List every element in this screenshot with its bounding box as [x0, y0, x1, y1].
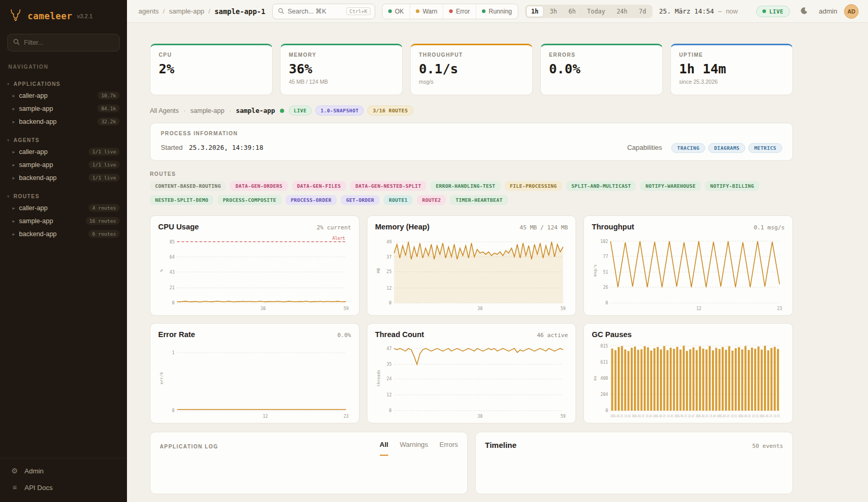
navigation-label: NAVIGATION: [0, 54, 127, 72]
status-filter-running[interactable]: Running: [476, 4, 518, 19]
sidebar-item-badge: 16 routes: [86, 217, 120, 225]
sidebar-section-header-agents[interactable]: ▾AGENTS: [0, 135, 127, 145]
route-chip-notify-warehouse[interactable]: NOTIFY-WAREHOUSE: [640, 181, 700, 191]
sidebar-footer-api-docs[interactable]: ≡API Docs: [0, 479, 127, 496]
route-chip-process-composite[interactable]: PROCESS-COMPOSITE: [218, 195, 281, 205]
sidebar-filter-input[interactable]: [24, 39, 114, 46]
agent-crumb-sample-app[interactable]: sample-app: [236, 107, 275, 114]
route-chip-content-based-routing[interactable]: CONTENT-BASED-ROUTING: [150, 181, 226, 191]
avatar[interactable]: AD: [844, 4, 859, 19]
chevron-right-icon: ▸: [12, 119, 15, 124]
sidebar-item-label: caller-app: [19, 204, 48, 212]
svg-text:threads: threads: [376, 370, 380, 387]
sidebar-item-agents-backend-app[interactable]: ▸backend-app1/1 live: [0, 171, 127, 184]
route-chip-get-order[interactable]: GET-ORDER: [341, 195, 379, 205]
agent-crumb-all-agents[interactable]: All Agents: [150, 107, 179, 114]
time-range-1h[interactable]: 1h: [526, 6, 544, 17]
status-filter-label: Running: [489, 8, 512, 15]
breadcrumb-item-sample-app[interactable]: sample-app: [169, 7, 205, 15]
sidebar-item-routes-caller-app[interactable]: ▸caller-app4 routes: [0, 201, 127, 214]
status-filter-warn[interactable]: Warn: [410, 4, 443, 19]
sidebar-item-applications-backend-app[interactable]: ▸backend-app32.2k: [0, 115, 127, 128]
route-chip-nested-split-demo[interactable]: NESTED-SPLIT-DEMO: [150, 195, 213, 205]
badge-1-0-snapshot: 1.0-SNAPSHOT: [315, 106, 364, 115]
sidebar-footer-admin[interactable]: ⚙Admin: [0, 462, 127, 479]
log-tab-all[interactable]: All: [380, 441, 389, 456]
route-chip-data-gen-nested-split[interactable]: DATA-GEN-NESTED-SPLIT: [350, 181, 426, 191]
sidebar-section-header-applications[interactable]: ▾APPLICATIONS: [0, 79, 127, 89]
chart-card-throughput: Throughput0.1 msg/s1027751260msg/s1223: [583, 215, 793, 316]
sidebar-item-applications-sample-app[interactable]: ▸sample-app84.1k: [0, 102, 127, 115]
sidebar-filter[interactable]: [7, 34, 120, 52]
route-chip-split-and-multicast[interactable]: SPLIT-AND-MULTICAST: [566, 181, 636, 191]
log-tab-warnings[interactable]: Warnings: [400, 441, 428, 456]
log-tabs: AllWarningsErrors: [380, 441, 458, 456]
svg-text:35: 35: [386, 362, 391, 367]
badge-3-16-routes: 3/16 ROUTES: [367, 106, 413, 115]
breadcrumb: agents/sample-app/sample-app-1: [138, 7, 265, 16]
time-range-today[interactable]: Today: [582, 6, 610, 17]
svg-text:30: 30: [261, 306, 266, 311]
sidebar-footer-label: Admin: [24, 467, 44, 475]
svg-text:0: 0: [172, 300, 175, 305]
stat-value: 1h 14m: [679, 61, 784, 76]
sidebar-section-header-routes[interactable]: ▾ROUTES: [0, 191, 127, 201]
time-window[interactable]: 25. März 14:54 – now: [659, 7, 738, 15]
route-chip-process-order[interactable]: PROCESS-ORDER: [286, 195, 337, 205]
separator-dot: ·: [184, 107, 186, 114]
timeline-card: Timeline 50 events: [475, 432, 793, 494]
live-toggle[interactable]: LIVE: [756, 6, 789, 17]
sidebar-item-agents-sample-app[interactable]: ▸sample-app1/1 live: [0, 158, 127, 171]
chart-plot-memory: 493725120MB3059: [375, 233, 568, 312]
log-tab-errors[interactable]: Errors: [440, 441, 458, 456]
status-filter-error[interactable]: Error: [443, 4, 476, 19]
sidebar-section-label: AGENTS: [14, 137, 40, 143]
sidebar-section-applications: ▾APPLICATIONS▸caller-app10.7k▸sample-app…: [0, 79, 127, 128]
agent-crumb-sample-app[interactable]: sample-app: [190, 107, 224, 114]
charts-grid: CPU Usage2% current856443210%3059AlertMe…: [150, 215, 793, 423]
time-range-6h[interactable]: 6h: [563, 6, 581, 17]
agent-live-dot: [280, 109, 284, 113]
route-chips: CONTENT-BASED-ROUTINGDATA-GEN-ORDERSDATA…: [150, 181, 793, 205]
sidebar-item-agents-caller-app[interactable]: ▸caller-app1/1 live: [0, 145, 127, 158]
svg-text:2026-03-25 13:41 2026-03-25 1: 2026-03-25 13:41 2026-03-25 13:43 2026-0…: [611, 414, 780, 418]
chart-card-cpu: CPU Usage2% current856443210%3059Alert: [150, 215, 360, 316]
theme-toggle-button[interactable]: [797, 4, 812, 19]
svg-text:0: 0: [606, 408, 608, 413]
route-chip-route1[interactable]: ROUTE1: [384, 195, 413, 205]
route-chip-data-gen-orders[interactable]: DATA-GEN-ORDERS: [230, 181, 287, 191]
chart-title: Memory (Heap): [375, 223, 430, 231]
app-logo[interactable]: cameleer v3.2.1: [0, 0, 127, 29]
route-chip-timer-heartbeat[interactable]: TIMER-HEARTBEAT: [450, 195, 507, 205]
breadcrumb-item-agents[interactable]: agents: [138, 7, 159, 15]
svg-text:64: 64: [170, 254, 175, 260]
route-chip-data-gen-files[interactable]: DATA-GEN-FILES: [292, 181, 346, 191]
route-chip-notify-billing[interactable]: NOTIFY-BILLING: [705, 181, 759, 191]
time-range-7d[interactable]: 7d: [634, 6, 652, 17]
sidebar-item-routes-backend-app[interactable]: ▸backend-app6 routes: [0, 227, 127, 240]
chart-current-value: 45 MB / 124 MB: [520, 224, 568, 231]
stat-label: MEMORY: [289, 52, 394, 58]
time-range-24h[interactable]: 24h: [611, 6, 633, 17]
breadcrumb-item-sample-app-1[interactable]: sample-app-1: [214, 7, 265, 16]
global-search-input[interactable]: [288, 8, 343, 15]
chart-header: Memory (Heap)45 MB / 124 MB: [375, 223, 568, 231]
status-filter-label: OK: [395, 8, 404, 15]
global-search[interactable]: Ctrl+K: [272, 4, 375, 19]
svg-text:Alert: Alert: [333, 236, 345, 241]
process-info-card: PROCESS INFORMATION Started 25.3.2026, 1…: [150, 123, 793, 161]
chart-title: CPU Usage: [158, 223, 199, 231]
route-chip-file-processing[interactable]: FILE-PROCESSING: [505, 181, 562, 191]
agent-breadcrumb: All Agents·sample-app·sample-app: [150, 107, 284, 114]
chart-plot-error-rate: 10err/h1223: [158, 341, 351, 420]
status-filter-ok[interactable]: OK: [382, 4, 410, 19]
svg-text:ms: ms: [593, 376, 597, 380]
agent-badges: LIVE1.0-SNAPSHOT3/16 ROUTES: [289, 106, 413, 115]
sidebar-item-applications-caller-app[interactable]: ▸caller-app10.7k: [0, 89, 127, 102]
time-window-start: 25. März 14:54: [659, 7, 714, 15]
started-label: Started: [161, 144, 183, 151]
route-chip-error-handling-test[interactable]: ERROR-HANDLING-TEST: [430, 181, 500, 191]
sidebar-item-routes-sample-app[interactable]: ▸sample-app16 routes: [0, 214, 127, 227]
route-chip-route2[interactable]: ROUTE2: [417, 195, 446, 205]
time-range-3h[interactable]: 3h: [545, 6, 563, 17]
